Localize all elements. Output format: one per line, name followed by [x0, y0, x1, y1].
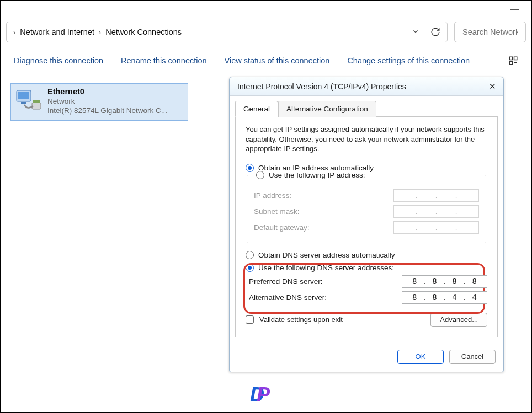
preferred-dns-label: Preferred DNS server:	[249, 277, 323, 286]
svg-rect-7	[32, 103, 41, 109]
preferred-dns-input[interactable]: 8. 8. 8. 8	[402, 275, 487, 288]
radio-ip-manual-label: Use the following IP address:	[269, 171, 365, 179]
advanced-button[interactable]: Advanced...	[430, 313, 487, 327]
default-gateway-input: ...	[393, 221, 479, 234]
adapter-device: Intel(R) 82574L Gigabit Network C...	[47, 106, 167, 115]
svg-rect-2	[509, 62, 512, 65]
breadcrumb-part-2[interactable]: Network Connections	[105, 28, 182, 36]
dialog-titlebar[interactable]: Internet Protocol Version 4 (TCP/IPv4) P…	[230, 77, 503, 96]
network-adapter-item[interactable]: Ethernet0 Network Intel(R) 82574L Gigabi…	[10, 83, 188, 121]
chevron-right-icon: ›	[99, 28, 101, 36]
svg-rect-0	[509, 57, 512, 60]
tabstrip: General Alternative Configuration	[235, 100, 498, 117]
dialog-title: Internet Protocol Version 4 (TCP/IPv4) P…	[237, 82, 406, 91]
watermark-logo: DP	[250, 383, 278, 406]
refresh-icon[interactable]	[430, 27, 440, 37]
dns-section: Obtain DNS server address automatically …	[246, 251, 487, 304]
tab-general[interactable]: General	[235, 101, 278, 117]
toolbar-rename[interactable]: Rename this connection	[121, 56, 207, 65]
ip-address-input: ...	[393, 189, 479, 202]
ok-button[interactable]: OK	[397, 350, 444, 364]
chevron-down-icon[interactable]	[412, 28, 419, 37]
alternative-dns-input[interactable]: 8. 8. 4. 4	[402, 291, 487, 304]
toolbar: Diagnose this connection Rename this con…	[1, 51, 531, 73]
search-box[interactable]	[454, 22, 526, 42]
network-adapter-icon	[15, 89, 42, 112]
close-icon[interactable]: ✕	[487, 82, 498, 92]
tab-panel-general: You can get IP settings assigned automat…	[235, 117, 498, 337]
ip-address-label: IP address:	[254, 191, 291, 200]
alternative-dns-label: Alternative DNS server:	[249, 293, 327, 302]
svg-rect-8	[33, 100, 40, 103]
radio-icon	[246, 264, 254, 272]
dialog-buttons: OK Cancel	[230, 344, 503, 372]
svg-rect-5	[18, 92, 29, 99]
subnet-mask-input: ...	[393, 205, 479, 218]
window-titlebar	[1, 1, 531, 22]
radio-dns-auto-label: Obtain DNS server address automatically	[258, 251, 395, 259]
search-input[interactable]	[461, 27, 519, 37]
adapter-name: Ethernet0	[47, 87, 167, 96]
view-options-icon[interactable]	[508, 56, 518, 66]
text-cursor	[482, 293, 482, 302]
validate-checkbox[interactable]	[246, 315, 254, 324]
radio-dns-manual[interactable]: Use the following DNS server addresses:	[246, 264, 487, 272]
toolbar-diagnose[interactable]: Diagnose this connection	[14, 56, 103, 65]
breadcrumb-part-1[interactable]: Network and Internet	[20, 28, 94, 36]
svg-rect-1	[514, 57, 517, 60]
radio-dns-manual-label: Use the following DNS server addresses:	[258, 264, 394, 272]
default-gateway-label: Default gateway:	[254, 223, 310, 232]
address-row: › Network and Internet › Network Connect…	[6, 22, 526, 42]
radio-icon	[246, 251, 254, 259]
toolbar-change-settings[interactable]: Change settings of this connection	[347, 56, 470, 65]
toolbar-view-status[interactable]: View status of this connection	[225, 56, 330, 65]
adapter-status: Network	[47, 97, 167, 105]
radio-icon	[256, 171, 264, 179]
validate-label: Validate settings upon exit	[259, 315, 343, 324]
description-text: You can get IP settings assigned automat…	[246, 125, 487, 154]
ip-fieldset: Use the following IP address: IP address…	[247, 171, 486, 243]
radio-ip-manual[interactable]: Use the following IP address:	[256, 171, 365, 179]
svg-rect-6	[21, 102, 26, 104]
cancel-button[interactable]: Cancel	[449, 350, 496, 364]
radio-icon	[246, 164, 254, 172]
chevron-right-icon: ›	[13, 28, 15, 36]
minimize-button[interactable]	[510, 9, 519, 10]
ipv4-properties-dialog: Internet Protocol Version 4 (TCP/IPv4) P…	[229, 77, 504, 372]
adapter-text: Ethernet0 Network Intel(R) 82574L Gigabi…	[47, 87, 167, 115]
radio-dns-auto[interactable]: Obtain DNS server address automatically	[246, 251, 487, 259]
breadcrumb[interactable]: › Network and Internet › Network Connect…	[6, 22, 448, 42]
tab-alternative-configuration[interactable]: Alternative Configuration	[278, 101, 376, 117]
subnet-mask-label: Subnet mask:	[254, 207, 300, 216]
